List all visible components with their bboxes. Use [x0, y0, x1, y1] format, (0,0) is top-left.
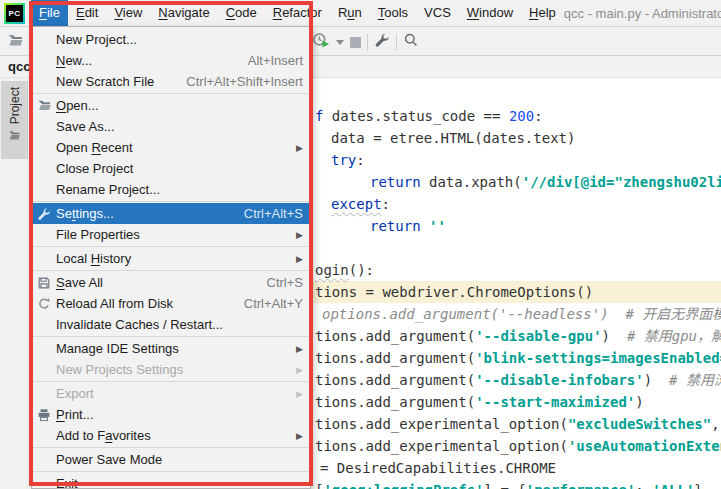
menu-item-label: Rename Project... [56, 182, 160, 197]
code-line: tions.add_experimental_option("excludeSw… [315, 413, 721, 435]
menubar-item-help[interactable]: Help [521, 0, 564, 26]
folder-icon [8, 128, 21, 146]
menu-item-settings[interactable]: Settings...Ctrl+Alt+S [32, 203, 310, 224]
menu-separator [32, 447, 310, 448]
menu-item-local-history[interactable]: Local History▶ [32, 248, 310, 269]
menu-item-open[interactable]: Open... [32, 95, 310, 116]
submenu-arrow-icon: ▶ [278, 389, 303, 399]
menu-item-export[interactable]: Export▶ [32, 383, 310, 404]
menu-item-label: Settings... [56, 206, 114, 221]
menu-item-save-all[interactable]: Save AllCtrl+S [32, 272, 310, 293]
code-line: return '' [370, 215, 446, 237]
menu-item-invalidate-caches-restart[interactable]: Invalidate Caches / Restart... [32, 314, 310, 335]
menu-item-exit[interactable]: Exit [32, 473, 310, 489]
menu-item-label: New Scratch File [56, 74, 154, 89]
menubar-items: FileEditViewNavigateCodeRefactorRunTools… [31, 0, 564, 26]
window-title: qcc - main.py - Administrator [564, 6, 721, 21]
search-icon[interactable] [403, 32, 419, 52]
menu-item-print[interactable]: Print... [32, 404, 310, 425]
menu-item-label: Local History [56, 251, 131, 266]
file-menu-dropdown: New Project...New...Alt+InsertNew Scratc… [31, 26, 311, 489]
code-line: options.add_argument('--headless') # 开启无… [322, 303, 721, 325]
code-line: ['goog:loggingPrefs'] = {'performance': … [315, 479, 703, 489]
project-tool-window-tab[interactable]: Project [1, 81, 28, 159]
menubar-item-tools[interactable]: Tools [370, 0, 416, 26]
pycharm-window: PC FileEditViewNavigateCodeRefactorRunTo… [0, 0, 721, 489]
menu-item-new-projects-settings[interactable]: New Projects Settings▶ [32, 359, 310, 380]
code-line: try: [331, 149, 365, 171]
menu-item-label: New... [56, 53, 92, 68]
code-line: tions.add_argument('--disable-gpu') # 禁用… [315, 325, 721, 347]
menu-item-power-save-mode[interactable]: Power Save Mode [32, 449, 310, 470]
menu-shortcut-label: Alt+Insert [230, 53, 303, 68]
menu-item-rename-project[interactable]: Rename Project... [32, 179, 310, 200]
menubar-item-window[interactable]: Window [459, 0, 521, 26]
menu-separator [32, 246, 310, 247]
project-tab-label: Project [8, 87, 22, 124]
menu-item-label: Add to Favorites [56, 428, 151, 443]
menubar-item-run[interactable]: Run [330, 0, 370, 26]
stop-icon [350, 37, 361, 48]
code-line: except: [331, 193, 390, 215]
menu-item-manage-ide-settings[interactable]: Manage IDE Settings▶ [32, 338, 310, 359]
run-with-coverage-icon[interactable] [312, 31, 330, 53]
menu-item-label: Save As... [56, 119, 115, 134]
code-line: = DesiredCapabilities.CHROME [320, 457, 556, 479]
toolbar-right-group [312, 31, 419, 53]
submenu-arrow-icon: ▶ [278, 431, 303, 441]
submenu-arrow-icon: ▶ [278, 365, 303, 375]
menu-item-label: Manage IDE Settings [56, 341, 179, 356]
menubar-item-code[interactable]: Code [218, 0, 265, 26]
menu-shortcut-label: Ctrl+Alt+Shift+Insert [168, 74, 303, 89]
menubar-item-view[interactable]: View [106, 0, 150, 26]
menu-item-label: Reload All from Disk [56, 296, 173, 311]
menu-item-open-recent[interactable]: Open Recent▶ [32, 137, 310, 158]
menu-separator [32, 270, 310, 271]
menu-item-save-as[interactable]: Save As... [32, 116, 310, 137]
code-line: ogin(): [315, 259, 374, 281]
menu-separator [32, 201, 310, 202]
menu-item-new-project[interactable]: New Project... [32, 29, 310, 50]
menu-bar: PC FileEditViewNavigateCodeRefactorRunTo… [0, 0, 721, 27]
menu-item-close-project[interactable]: Close Project [32, 158, 310, 179]
menu-item-file-properties[interactable]: File Properties▶ [32, 224, 310, 245]
toolbar-separator [367, 34, 368, 51]
menu-item-new[interactable]: New...Alt+Insert [32, 50, 310, 71]
pycharm-logo-icon: PC [4, 3, 25, 24]
menu-item-new-scratch-file[interactable]: New Scratch FileCtrl+Alt+Shift+Insert [32, 71, 310, 92]
menu-item-label: File Properties [56, 227, 140, 242]
code-line: tions.add_argument('--disable-infobars')… [315, 369, 721, 391]
wrench-icon [37, 207, 56, 221]
menu-item-label: New Project... [56, 32, 137, 47]
menubar-item-file[interactable]: File [31, 0, 68, 26]
open-folder-icon[interactable] [7, 32, 24, 53]
reload-icon [37, 297, 56, 311]
menu-shortcut-label: Ctrl+S [249, 275, 303, 290]
menu-shortcut-label: Ctrl+Alt+Y [226, 296, 303, 311]
menubar-item-refactor[interactable]: Refactor [265, 0, 330, 26]
menubar-item-edit[interactable]: Edit [68, 0, 106, 26]
menu-item-label: Save All [56, 275, 103, 290]
run-dropdown-caret-icon[interactable] [336, 40, 344, 45]
submenu-arrow-icon: ▶ [278, 344, 303, 354]
submenu-arrow-icon: ▶ [278, 254, 303, 264]
menu-separator [32, 336, 310, 337]
code-line: data = etree.HTML(dates.text) [331, 127, 575, 149]
code-line: tions.add_argument('blink-settings=image… [315, 347, 721, 369]
menu-separator [32, 381, 310, 382]
menubar-item-navigate[interactable]: Navigate [150, 0, 217, 26]
menubar-item-vcs[interactable]: VCS [416, 0, 459, 26]
menu-separator [32, 471, 310, 472]
submenu-arrow-icon: ▶ [278, 143, 303, 153]
menu-item-label: Open Recent [56, 140, 133, 155]
code-line: return data.xpath('//div[@id="zhengshu02… [370, 171, 721, 193]
toolbar-separator [396, 34, 397, 51]
menu-item-reload-all-from-disk[interactable]: Reload All from DiskCtrl+Alt+Y [32, 293, 310, 314]
floppy-icon [37, 276, 56, 290]
breadcrumb-project[interactable]: qcc [8, 59, 30, 74]
menu-item-add-to-favorites[interactable]: Add to Favorites▶ [32, 425, 310, 446]
code-line: tions.add_argument('--start-maximized') [315, 391, 644, 413]
wrench-icon[interactable] [374, 32, 390, 52]
menu-item-label: Open... [56, 98, 99, 113]
menu-separator [32, 93, 310, 94]
